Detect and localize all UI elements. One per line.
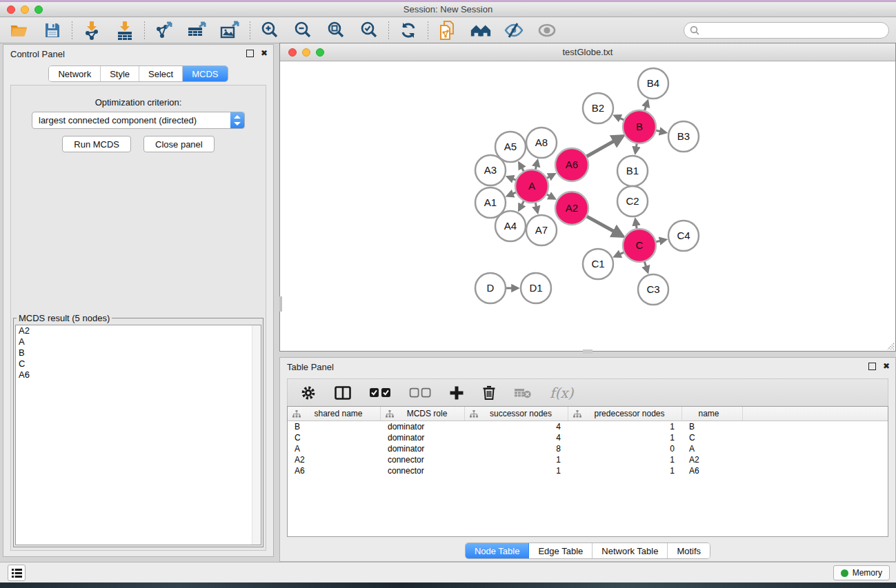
zoom-out-icon[interactable] — [292, 20, 314, 41]
table-cell[interactable]: C — [288, 432, 381, 443]
graph-node-C1[interactable]: C1 — [583, 249, 613, 279]
table-row[interactable]: Bdominator41B — [288, 421, 888, 432]
network-canvas[interactable]: B4B2BB3A5A8A6B1A3AC2A1A2A4A7C4CC1C3DD1 — [280, 61, 895, 351]
delete-table-icon[interactable] — [514, 387, 532, 399]
close-panel-icon[interactable]: ✖ — [883, 361, 890, 371]
new-network-from-selection-icon[interactable] — [437, 20, 459, 41]
network-window-titlebar[interactable]: testGlobe.txt — [280, 43, 895, 61]
optimization-criterion-select[interactable]: largest connected component (directed) — [32, 112, 245, 129]
table-cell[interactable]: connector — [381, 454, 465, 465]
tab-network-table[interactable]: Network Table — [593, 543, 668, 558]
table-cell[interactable]: B — [288, 421, 381, 432]
table-cell[interactable]: connector — [381, 465, 465, 476]
hide-details-icon[interactable] — [503, 20, 525, 41]
save-icon[interactable] — [41, 20, 63, 41]
column-header-name[interactable]: name — [682, 407, 743, 420]
zoom-in-icon[interactable] — [259, 20, 281, 41]
home-icon[interactable] — [470, 20, 492, 41]
graph-node-B4[interactable]: B4 — [638, 68, 668, 99]
import-table-icon[interactable] — [114, 20, 136, 41]
graph-node-B[interactable]: B — [623, 110, 656, 143]
search-input[interactable] — [700, 23, 888, 37]
table-cell[interactable]: 8 — [465, 443, 568, 454]
graph-node-C[interactable]: C — [623, 229, 656, 262]
tab-style[interactable]: Style — [101, 66, 139, 81]
graph-node-A8[interactable]: A8 — [526, 128, 557, 158]
graph-node-B2[interactable]: B2 — [583, 93, 613, 123]
edge-A2-C[interactable] — [584, 215, 622, 236]
edge-A6-B[interactable] — [584, 136, 621, 158]
delete-icon[interactable] — [482, 385, 496, 401]
graph-node-A[interactable]: A — [515, 170, 548, 203]
export-image-icon[interactable] — [219, 20, 241, 41]
table-cell[interactable]: 1 — [568, 465, 682, 476]
result-item[interactable]: A6 — [16, 369, 261, 381]
columns-icon[interactable] — [335, 386, 351, 400]
graph-node-B1[interactable]: B1 — [617, 156, 648, 186]
float-panel-icon[interactable] — [246, 50, 254, 57]
gear-icon[interactable] — [300, 385, 317, 401]
graph-node-D[interactable]: D — [475, 273, 506, 303]
result-item[interactable]: B — [16, 347, 261, 358]
graph-node-A7[interactable]: A7 — [526, 215, 557, 245]
tab-motifs[interactable]: Motifs — [668, 543, 710, 558]
zoom-selected-icon[interactable] — [358, 20, 380, 41]
table-cell[interactable]: C — [682, 432, 743, 443]
open-icon[interactable] — [8, 20, 30, 41]
table-cell[interactable]: dominator — [381, 432, 465, 443]
export-table-icon[interactable] — [186, 20, 208, 41]
column-header-successor-nodes[interactable]: successor nodes — [465, 407, 568, 420]
table-cell[interactable]: 1 — [568, 421, 682, 432]
close-panel-icon[interactable]: ✖ — [261, 48, 268, 58]
column-header-mcds-role[interactable]: MCDS role — [381, 407, 465, 420]
graph-node-A2[interactable]: A2 — [555, 192, 588, 225]
tab-mcds[interactable]: MCDS — [183, 66, 227, 81]
tab-select[interactable]: Select — [139, 66, 183, 81]
table-row[interactable]: A2connector11A2 — [288, 454, 888, 465]
tab-edge-table[interactable]: Edge Table — [529, 543, 593, 558]
table-cell[interactable]: A6 — [288, 465, 381, 476]
tab-network[interactable]: Network — [49, 66, 101, 81]
vertical-scroll-thumb[interactable] — [279, 296, 282, 312]
result-item[interactable]: A — [16, 336, 261, 347]
select-all-icon[interactable] — [369, 387, 391, 398]
horizontal-scroll-thumb[interactable] — [583, 349, 593, 354]
graph-node-C2[interactable]: C2 — [617, 186, 648, 216]
close-panel-button[interactable]: Close panel — [143, 136, 215, 152]
column-header-shared-name[interactable]: shared name — [288, 407, 381, 420]
column-header-predecessor-nodes[interactable]: predecessor nodes — [568, 407, 682, 420]
mcds-result-list[interactable]: A2ABCA6 — [15, 325, 261, 545]
table-cell[interactable]: 1 — [465, 465, 568, 476]
memory-button[interactable]: Memory — [833, 565, 890, 580]
node-table[interactable]: shared nameMCDS rolesuccessor nodesprede… — [287, 406, 888, 537]
zoom-fit-icon[interactable] — [325, 20, 347, 41]
table-cell[interactable]: B — [682, 421, 743, 432]
task-history-button[interactable] — [8, 565, 26, 581]
table-cell[interactable]: dominator — [381, 443, 465, 454]
graph-node-D1[interactable]: D1 — [521, 273, 551, 303]
graph-node-C3[interactable]: C3 — [638, 274, 668, 305]
table-cell[interactable]: dominator — [381, 421, 465, 432]
eye-icon[interactable] — [536, 20, 558, 41]
result-item[interactable]: A2 — [16, 325, 261, 336]
table-cell[interactable]: A — [288, 443, 381, 454]
graph-node-A3[interactable]: A3 — [475, 155, 506, 185]
import-network-icon[interactable] — [81, 20, 103, 41]
graph-node-A4[interactable]: A4 — [495, 211, 526, 241]
run-mcds-button[interactable]: Run MCDS — [62, 136, 131, 152]
table-cell[interactable]: A2 — [288, 454, 381, 465]
tab-node-table[interactable]: Node Table — [466, 543, 530, 558]
table-cell[interactable]: A6 — [682, 465, 743, 476]
resize-grip-icon[interactable] — [885, 341, 895, 350]
graph-node-C4[interactable]: C4 — [668, 221, 699, 251]
table-cell[interactable]: 1 — [568, 454, 682, 465]
graph-node-B3[interactable]: B3 — [668, 121, 699, 152]
table-row[interactable]: A6connector11A6 — [288, 465, 888, 476]
table-row[interactable]: Adominator80A — [288, 443, 888, 454]
deselect-all-icon[interactable] — [409, 387, 431, 398]
export-network-icon[interactable] — [153, 20, 175, 41]
result-item[interactable]: C — [16, 358, 261, 369]
refresh-icon[interactable] — [397, 20, 419, 41]
add-icon[interactable] — [449, 385, 464, 401]
table-cell[interactable]: A — [682, 443, 743, 454]
